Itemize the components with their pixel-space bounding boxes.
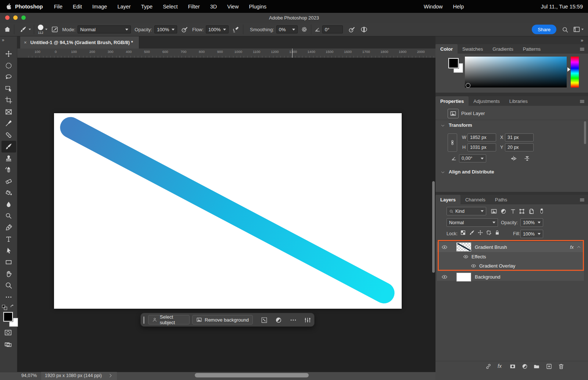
menu-item[interactable]: File — [54, 4, 62, 10]
menu-item[interactable]: Layer — [117, 4, 130, 10]
background-thumbnail[interactable] — [456, 273, 471, 282]
menu-item[interactable]: Type — [141, 4, 153, 10]
zoom-level[interactable]: 94,07% — [21, 373, 37, 378]
lock-all-icon[interactable] — [494, 230, 500, 236]
menu-item[interactable]: Filter — [188, 4, 200, 10]
tab-libraries[interactable]: Libraries — [505, 96, 533, 106]
color-foreground-swatch[interactable] — [448, 58, 459, 68]
taskbar-drag-handle[interactable] — [143, 316, 144, 324]
quick-mask-icon[interactable] — [4, 329, 12, 337]
frame-tool[interactable] — [1, 106, 16, 118]
color-panel-menu-icon[interactable] — [579, 46, 588, 54]
search-icon[interactable] — [562, 26, 569, 33]
eraser-tool[interactable] — [1, 176, 16, 187]
align-section-chevron-icon[interactable] — [441, 170, 445, 175]
more-options-icon[interactable] — [290, 316, 297, 324]
filter-toggle-icon[interactable] — [538, 207, 545, 215]
delete-layer-icon[interactable] — [558, 363, 564, 370]
menu-item[interactable]: View — [227, 4, 239, 10]
new-adjustment-layer-icon[interactable] — [521, 363, 528, 370]
foreground-color-swatch[interactable] — [3, 312, 13, 322]
tab-channels[interactable]: Channels — [460, 195, 490, 204]
transform-section-chevron-icon[interactable] — [441, 123, 445, 128]
menu-item[interactable]: Select — [163, 4, 178, 10]
tab-patterns[interactable]: Patterns — [518, 44, 545, 54]
tab-color[interactable]: Color — [435, 44, 458, 54]
crop-tool[interactable] — [1, 94, 16, 106]
layer-row-background[interactable]: Background — [437, 272, 584, 282]
brush-size-chevron-icon[interactable] — [45, 29, 47, 30]
clone-stamp-tool[interactable] — [1, 153, 16, 164]
menu-app-name[interactable]: Photoshop — [15, 4, 43, 10]
layer-style-fx-icon[interactable]: fx — [498, 363, 502, 369]
lock-pixels-icon[interactable] — [469, 230, 475, 236]
smoothing-select[interactable]: 0% — [276, 25, 298, 33]
taskbar-properties-icon[interactable] — [304, 316, 311, 324]
workspace-chevron-icon[interactable] — [581, 29, 584, 30]
smoothing-options-gear-icon[interactable] — [301, 26, 308, 33]
flow-select[interactable]: 100% — [206, 25, 229, 33]
screen-mode-icon[interactable] — [4, 340, 12, 348]
chevron-left-icon[interactable] — [521, 3, 528, 10]
layer-opacity-select[interactable]: 100% — [520, 218, 543, 227]
brush-preset-chevron-icon[interactable] — [29, 29, 31, 30]
tab-paths[interactable]: Paths — [490, 195, 512, 204]
filter-type-layers-icon[interactable] — [510, 208, 516, 215]
pressure-opacity-icon[interactable] — [181, 26, 189, 33]
wifi-icon[interactable] — [507, 3, 514, 10]
document-tab[interactable]: × Untitled-1 @ 94,1% (Gradient Brush, RG… — [20, 36, 139, 49]
healing-brush-tool[interactable] — [1, 129, 16, 141]
airbrush-icon[interactable] — [232, 26, 240, 33]
toggle-brush-settings-icon[interactable] — [51, 26, 58, 33]
filter-shape-layers-icon[interactable] — [519, 208, 525, 215]
background-visibility-eye-icon[interactable] — [441, 274, 448, 280]
menu-item[interactable]: 3D — [210, 4, 217, 10]
select-subject-button[interactable]: Select subject — [148, 315, 190, 325]
horizontal-ruler[interactable]: 1000100200300400500600700800900100011001… — [28, 49, 435, 58]
new-layer-icon[interactable] — [546, 363, 552, 370]
color-saturation-field[interactable] — [465, 57, 567, 87]
pressure-size-icon[interactable] — [348, 26, 356, 33]
object-selection-tool[interactable] — [1, 83, 16, 95]
menubar-clock[interactable]: Jul 11., Tue 15:59 — [541, 4, 583, 10]
layer-fill-select[interactable]: 100% — [520, 230, 543, 238]
eyedropper-tool[interactable] — [1, 118, 16, 129]
new-group-icon[interactable] — [533, 363, 540, 370]
history-brush-tool[interactable] — [1, 164, 16, 176]
menu-item[interactable]: Help — [453, 4, 464, 10]
pen-tool[interactable] — [1, 222, 16, 234]
home-icon[interactable] — [4, 26, 11, 33]
lock-position-icon[interactable] — [477, 230, 483, 236]
play-circle-icon[interactable] — [493, 3, 500, 10]
menu-item[interactable]: Plugins — [249, 4, 266, 10]
hue-slider-marker[interactable] — [567, 67, 570, 72]
brush-size-picker[interactable]: 112 — [38, 25, 43, 35]
close-tab-icon[interactable]: × — [24, 40, 27, 45]
move-tool[interactable] — [1, 48, 16, 60]
more-tools[interactable] — [1, 291, 16, 303]
filter-smart-objects-icon[interactable] — [528, 208, 535, 215]
opacity-select[interactable]: 100% — [154, 25, 177, 33]
zoom-tool[interactable] — [1, 280, 16, 291]
link-layers-icon[interactable] — [485, 363, 492, 370]
collapse-panels-chevron[interactable]: » — [581, 37, 583, 43]
spotlight-search-icon[interactable] — [514, 3, 521, 10]
brush-angle-input[interactable]: 0° — [322, 25, 343, 33]
brush-tool[interactable] — [1, 141, 16, 153]
status-expand-chevron-icon[interactable] — [108, 373, 113, 378]
menu-item[interactable]: Edit — [73, 4, 82, 10]
align-section-title[interactable]: Align and Distribute — [449, 169, 494, 175]
marquee-tool[interactable] — [1, 60, 16, 72]
paint-bucket-tool[interactable] — [1, 187, 16, 199]
width-field[interactable]: 1852 px — [467, 133, 496, 141]
color-field-cursor[interactable] — [466, 83, 470, 88]
battery-charging-icon[interactable] — [500, 3, 507, 10]
filter-adjustment-layers-icon[interactable] — [500, 208, 507, 215]
link-dimensions-button[interactable] — [448, 133, 457, 152]
height-field[interactable]: 1031 px — [467, 143, 496, 151]
control-center-icon[interactable] — [528, 3, 535, 10]
rectangle-tool[interactable] — [1, 257, 16, 268]
share-button[interactable]: Share — [532, 25, 556, 34]
path-select-tool[interactable] — [1, 245, 16, 257]
tab-gradients[interactable]: Gradients — [488, 44, 518, 54]
